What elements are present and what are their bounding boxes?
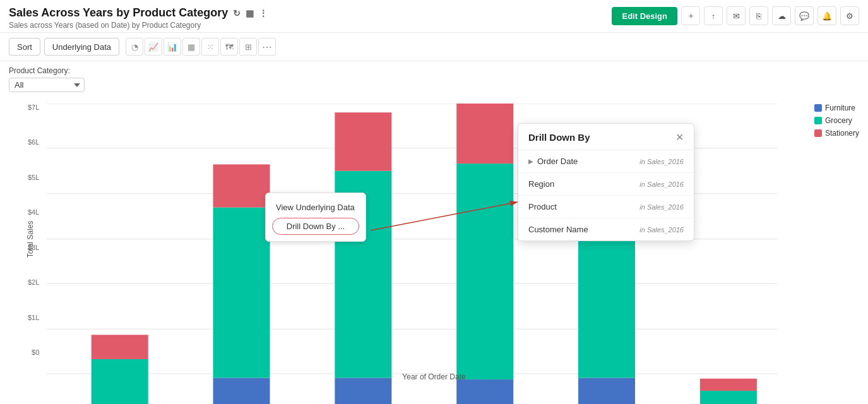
- map-icon[interactable]: 🗺: [220, 38, 238, 56]
- view-underlying-data-option[interactable]: View Underlying Data: [266, 198, 366, 217]
- legend-furniture: Furniture: [814, 104, 859, 112]
- order-date-arrow-icon: ▶: [528, 158, 533, 165]
- refresh-icon[interactable]: ↻: [233, 8, 241, 18]
- chart-container: Total Sales $7L $6L $5L $4L $3L $2L $1L …: [0, 97, 868, 388]
- x-axis-label: Year of Order Date: [402, 372, 465, 381]
- drill-down-panel: Drill Down By ✕ ▶ Order Date in Sales_20…: [518, 123, 694, 241]
- bar-2014-grocery[interactable]: [92, 359, 148, 404]
- stationery-swatch: [814, 129, 822, 137]
- more-options-icon[interactable]: ⋮: [259, 8, 268, 18]
- email-button[interactable]: ✉: [727, 6, 746, 25]
- bar-2016-furniture[interactable]: [335, 378, 391, 404]
- cloud-button[interactable]: ☁: [772, 6, 791, 25]
- drill-panel-header: Drill Down By ✕: [518, 124, 694, 150]
- drill-panel-title: Drill Down By: [528, 132, 590, 143]
- filter-area: Product Category: All Furniture Grocery …: [0, 61, 868, 97]
- y-tick-4l: $4L: [28, 208, 39, 216]
- region-label: Region: [528, 179, 554, 189]
- y-tick-1l: $1L: [28, 314, 39, 321]
- legend-stationery: Stationery: [814, 129, 859, 138]
- chart-inner: Total Sales $7L $6L $5L $4L $3L $2L $1L …: [9, 97, 859, 381]
- drill-row-product[interactable]: Product in Sales_2016: [518, 196, 694, 218]
- customer-name-source: in Sales_2016: [639, 226, 684, 234]
- sort-button[interactable]: Sort: [9, 38, 40, 56]
- bar-2015-furniture[interactable]: [213, 378, 270, 404]
- settings-button[interactable]: ⚙: [840, 6, 859, 25]
- scatter-icon[interactable]: ⁙: [201, 38, 219, 56]
- subtitle: Sales across Years (based on Date) by Pr…: [9, 21, 268, 30]
- more-chart-types-button[interactable]: ⋯: [258, 38, 276, 56]
- bar-chart-icon[interactable]: 📊: [163, 38, 181, 56]
- bar-2017-grocery[interactable]: [456, 163, 513, 379]
- y-tick-3l: $3L: [28, 244, 39, 251]
- y-tick-6l: $6L: [28, 138, 39, 146]
- region-source: in Sales_2016: [639, 181, 684, 188]
- drill-row-customer-name[interactable]: Customer Name in Sales_2016: [518, 218, 694, 241]
- bar-2014-stationery[interactable]: [92, 335, 148, 359]
- furniture-swatch: [814, 104, 822, 112]
- header-left: Sales Across Years by Product Category ↻…: [9, 6, 268, 30]
- bar-2017-stationery[interactable]: [456, 104, 513, 163]
- chart-type-group: ◔ 📈 📊 ▦ ⁙ 🗺 ⊞ ⋯: [126, 38, 276, 56]
- filter-label: Product Category:: [9, 66, 859, 75]
- order-date-label: Order Date: [537, 157, 578, 166]
- bar-2019-stationery[interactable]: [700, 379, 757, 391]
- y-tick-7l: $7L: [28, 104, 39, 111]
- drill-row-region[interactable]: Region in Sales_2016: [518, 173, 694, 196]
- grocery-swatch: [814, 117, 822, 124]
- header: Sales Across Years by Product Category ↻…: [0, 0, 868, 33]
- y-axis: $7L $6L $5L $4L $3L $2L $1L $0: [28, 104, 39, 356]
- context-menu: View Underlying Data Drill Down By ...: [265, 193, 366, 242]
- y-tick-0: $0: [32, 348, 39, 356]
- y-tick-5l: $5L: [28, 174, 39, 181]
- drill-down-by-option[interactable]: Drill Down By ...: [272, 218, 359, 235]
- layout-icon[interactable]: ▦: [246, 8, 254, 18]
- comment-button[interactable]: 💬: [795, 6, 814, 25]
- product-label: Product: [528, 202, 557, 211]
- y-tick-2l: $2L: [28, 278, 39, 286]
- product-source: in Sales_2016: [639, 203, 684, 211]
- alert-button[interactable]: 🔔: [817, 6, 836, 25]
- upload-button[interactable]: ↑: [704, 6, 723, 25]
- drill-panel-close-button[interactable]: ✕: [675, 131, 684, 143]
- underlying-data-button[interactable]: Underlying Data: [44, 38, 119, 56]
- line-chart-icon[interactable]: 📈: [145, 38, 162, 56]
- customer-name-label: Customer Name: [528, 225, 588, 234]
- drill-row-order-date[interactable]: ▶ Order Date in Sales_2016: [518, 150, 694, 173]
- add-button[interactable]: ＋: [681, 6, 700, 25]
- stacked-bar-icon[interactable]: ▦: [182, 38, 200, 56]
- bar-2015-grocery[interactable]: [213, 208, 270, 378]
- bar-2015-stationery[interactable]: [213, 164, 270, 207]
- chart-legend: Furniture Grocery Stationery: [814, 104, 859, 138]
- title-text: Sales Across Years by Product Category: [9, 6, 228, 20]
- grocery-label: Grocery: [825, 116, 852, 125]
- bar-2018-furniture[interactable]: [578, 378, 635, 404]
- page-title: Sales Across Years by Product Category ↻…: [9, 6, 268, 20]
- toolbar: Sort Underlying Data ◔ 📈 📊 ▦ ⁙ 🗺 ⊞ ⋯: [0, 33, 868, 61]
- pie-chart-icon[interactable]: ◔: [126, 38, 143, 56]
- grid-icon[interactable]: ⊞: [239, 38, 257, 56]
- order-date-source: in Sales_2016: [639, 158, 684, 165]
- legend-grocery: Grocery: [814, 116, 859, 125]
- bar-2017-furniture[interactable]: [456, 379, 513, 404]
- edit-design-button[interactable]: Edit Design: [612, 7, 677, 25]
- stationery-label: Stationery: [825, 129, 859, 138]
- furniture-label: Furniture: [825, 104, 855, 112]
- share-button[interactable]: ⎘: [749, 6, 768, 25]
- bar-2016-stationery[interactable]: [335, 112, 391, 171]
- header-actions: Edit Design ＋ ↑ ✉ ⎘ ☁ 💬 🔔 ⚙: [612, 6, 859, 25]
- bar-2019-grocery[interactable]: [700, 391, 757, 404]
- product-category-filter[interactable]: All Furniture Grocery Stationery: [9, 78, 85, 92]
